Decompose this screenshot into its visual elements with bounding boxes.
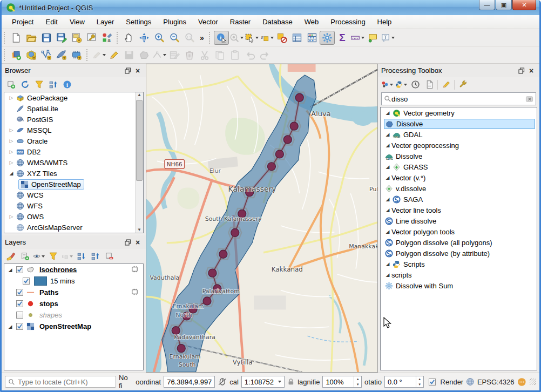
expander-icon[interactable]: ▷ [8, 160, 15, 165]
remove-layer-button[interactable] [103, 251, 115, 262]
toolbar-grip[interactable] [4, 32, 6, 44]
processing-search[interactable] [381, 92, 536, 105]
layer-row-15mins[interactable]: 15 mins [4, 275, 143, 287]
browser-item-arcgis[interactable]: ArcGisMapServer [4, 222, 143, 233]
expander-icon[interactable]: ◢ [384, 164, 391, 170]
redo-button[interactable] [258, 48, 273, 62]
expander-icon[interactable]: ◢ [384, 272, 391, 278]
render-checkbox[interactable] [429, 379, 436, 386]
expander-icon[interactable]: ◢ [384, 207, 391, 213]
filter-browser-button[interactable] [33, 79, 45, 91]
menu-vector[interactable]: Vector [192, 16, 224, 28]
alg-dissolve-with-sum[interactable]: Dissolve with Sum [381, 280, 537, 291]
locator-box[interactable] [5, 376, 116, 388]
browser-item-openstreetmap[interactable]: OpenStreetMap [4, 179, 143, 190]
collapse-all-button[interactable] [47, 79, 59, 91]
toggle-editing-button[interactable] [106, 48, 121, 62]
close-panel-icon[interactable]: × [133, 238, 143, 247]
layer-row-openstreetmap[interactable]: ◢ OpenStreetMap [4, 321, 143, 332]
show-layout-manager-button[interactable] [84, 31, 99, 45]
run-feature-action-button[interactable] [229, 31, 244, 45]
properties-info-button[interactable] [61, 79, 73, 91]
deselect-features-button[interactable] [274, 31, 289, 45]
new-virtual-layer-button[interactable] [69, 48, 84, 62]
new-print-layout-button[interactable] [69, 31, 84, 45]
identify-features-button[interactable]: i [214, 31, 229, 45]
pan-map-button[interactable] [121, 31, 137, 45]
alg-group-vector-line-tools[interactable]: ◢Vector line tools [381, 205, 537, 215]
close-panel-icon[interactable]: × [133, 66, 143, 75]
save-project-button[interactable] [39, 31, 54, 45]
browser-item-postgis[interactable]: PostGIS [4, 114, 143, 125]
alg-polygon-dissolve-all[interactable]: Polygon dissolve (all polygons) [381, 237, 537, 248]
options-button[interactable] [457, 79, 469, 91]
expander-icon[interactable]: ◢ [384, 143, 391, 148]
edit-in-place-button[interactable] [440, 79, 452, 91]
collapse-all-layers-button[interactable] [89, 251, 101, 262]
menu-help[interactable]: Help [371, 16, 398, 28]
menu-view[interactable]: View [64, 16, 91, 28]
models-button[interactable] [381, 79, 393, 91]
magnifier-input[interactable] [326, 378, 354, 386]
menu-settings[interactable]: Settings [120, 16, 157, 28]
magnifier-spinbox[interactable]: ▲▼ [322, 376, 362, 388]
menu-raster[interactable]: Raster [224, 16, 256, 28]
alg-provider-grass[interactable]: ◢GRASS [381, 161, 537, 172]
alg-group-vector-geometry[interactable]: ◢Vector geometry [381, 107, 537, 118]
menu-database[interactable]: Database [256, 16, 299, 28]
browser-panel-header[interactable]: Browser × [2, 64, 146, 77]
expander-icon[interactable]: ▷ [8, 127, 15, 133]
zoom-out-button[interactable] [167, 31, 182, 45]
browser-item-db2[interactable]: ▷DB2DB2 [4, 146, 143, 157]
layer-checkbox[interactable] [16, 312, 23, 319]
mouse-position-icon[interactable] [218, 377, 227, 387]
history-button[interactable] [409, 79, 421, 91]
rotation-spinbox[interactable]: ▲▼ [384, 376, 424, 388]
spinner-arrows[interactable]: ▲▼ [416, 376, 423, 387]
browser-item-oracle[interactable]: ▷Oracle [4, 136, 143, 146]
menu-layer[interactable]: Layer [91, 16, 120, 28]
processing-panel-header[interactable]: Processing Toolbox × [378, 64, 539, 77]
coordinate-box[interactable] [164, 376, 214, 388]
browser-scrollbar[interactable]: ▲▼ [135, 92, 143, 233]
restore-button[interactable]: ▣ [496, 0, 512, 10]
alg-v-dissolve[interactable]: v.dissolve [381, 183, 537, 194]
float-panel-icon[interactable] [123, 238, 133, 247]
current-edits-button[interactable] [91, 48, 106, 62]
manage-visibility-button[interactable] [33, 251, 45, 262]
show-statistical-summary-button[interactable]: Σ [335, 31, 350, 45]
new-shapefile-layer-button[interactable] [39, 48, 54, 62]
layers-panel-header[interactable]: Layers × [2, 235, 146, 249]
browser-item-ows[interactable]: ▷OWS [4, 211, 143, 222]
layer-row-isochrones[interactable]: ◢ Isochrones [4, 264, 143, 275]
new-project-button[interactable] [9, 31, 24, 45]
menu-edit[interactable]: Edit [39, 16, 63, 28]
filter-expression-button[interactable]: ε [61, 251, 73, 262]
alg-provider-saga[interactable]: ◢SAGA [381, 194, 537, 205]
vertex-tool-button[interactable] [152, 48, 167, 62]
layer-checkbox[interactable] [16, 266, 23, 273]
expander-icon[interactable]: ◢ [384, 175, 391, 180]
browser-item-wcs[interactable]: WCS [4, 190, 143, 200]
messages-icon[interactable] [517, 377, 526, 387]
open-project-button[interactable] [24, 31, 39, 45]
refresh-button[interactable] [19, 79, 31, 91]
pan-to-selection-button[interactable] [137, 31, 152, 45]
expander-icon[interactable]: ◢ [6, 267, 14, 273]
browser-item-wms[interactable]: ▷WMS/WMTS [4, 157, 143, 168]
browser-item-mssql[interactable]: ▷MSSQL [4, 125, 143, 136]
style-manager-button[interactable]: a [99, 31, 114, 45]
browser-item-geopackage[interactable]: ▷GeoPackage [4, 92, 143, 103]
processing-toolbox-button[interactable] [320, 31, 335, 45]
toolbar-grip[interactable] [4, 49, 6, 61]
alg-line-dissolve[interactable]: Line dissolve [381, 215, 537, 226]
measure-line-button[interactable] [350, 31, 365, 45]
new-spatialite-layer-button[interactable] [54, 48, 69, 62]
open-attribute-table-button[interactable] [289, 31, 305, 45]
spinner-arrows[interactable]: ▲▼ [354, 376, 361, 387]
layer-checkbox[interactable] [16, 300, 23, 307]
text-annotation-button[interactable]: T [380, 31, 395, 45]
expander-icon[interactable]: ▷ [8, 149, 15, 154]
data-source-manager-button[interactable] [9, 48, 24, 62]
resize-grip[interactable] [530, 379, 536, 385]
